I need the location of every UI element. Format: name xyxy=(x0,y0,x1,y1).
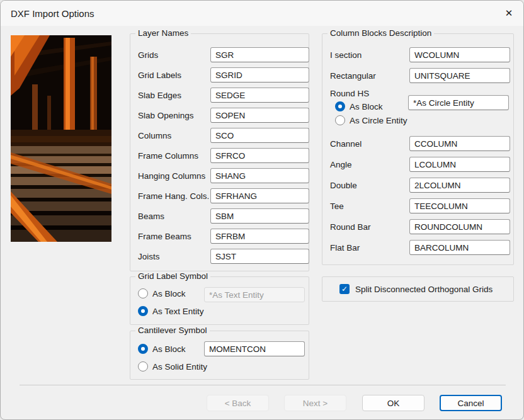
radio-unchecked-icon xyxy=(335,115,345,125)
radio-unchecked-icon xyxy=(138,288,148,298)
column-row: Angle xyxy=(322,157,513,172)
column-blocks-group-title: Column Blocks Description xyxy=(328,28,434,38)
hanging-columns-label: Hanging Columns xyxy=(130,171,210,181)
column-row: Tee xyxy=(322,198,513,213)
cantilever-as-solid-entity-radio[interactable]: As Solid Entity xyxy=(138,360,207,373)
column-row: Flat Bar xyxy=(322,240,513,255)
radio-checked-icon xyxy=(335,101,345,111)
radio-checked-icon xyxy=(138,344,148,354)
column-row: I section xyxy=(322,47,513,62)
close-icon: ✕ xyxy=(505,8,513,19)
radio-label: As Block xyxy=(152,289,186,298)
layer-row: Beams xyxy=(130,208,309,224)
grid-label-symbol-input xyxy=(204,287,305,302)
rectangular-input[interactable] xyxy=(409,68,510,83)
grids-input[interactable] xyxy=(210,47,309,62)
radio-label: As Block xyxy=(152,344,186,354)
column-row: Double xyxy=(322,178,513,193)
preview-image xyxy=(11,35,111,242)
frame-columns-input[interactable] xyxy=(210,148,309,163)
cantilever-symbol-group: Cantilever Symbol As Block As Solid Enti… xyxy=(130,331,309,380)
slab-openings-label: Slab Openings xyxy=(130,111,210,120)
layer-row: Joists xyxy=(130,249,309,264)
check-mark: ✓ xyxy=(341,285,348,293)
radio-unchecked-icon xyxy=(138,361,148,372)
cantilever-as-block-radio[interactable]: As Block xyxy=(138,342,186,356)
radio-checked-icon xyxy=(138,306,148,316)
round-hs-as-circle-entity-radio[interactable]: As Circle Entity xyxy=(335,113,513,127)
layer-row: Grids xyxy=(130,47,309,62)
channel-label: Channel xyxy=(322,139,409,149)
column-row: Round Bar xyxy=(322,219,513,234)
angle-input[interactable] xyxy=(409,157,510,172)
slab-edges-label: Slab Edges xyxy=(130,91,210,100)
joists-label: Joists xyxy=(130,252,210,261)
checkbox-checked-icon: ✓ xyxy=(339,284,350,294)
tee-label: Tee xyxy=(322,201,409,211)
round-hs-input[interactable] xyxy=(408,95,509,110)
ok-button[interactable]: OK xyxy=(362,395,424,411)
layer-row: Frame Beams xyxy=(130,229,309,244)
slab-openings-input[interactable] xyxy=(210,108,309,123)
double-label: Double xyxy=(322,181,409,190)
radio-label: As Solid Entity xyxy=(152,362,207,372)
back-button: < Back xyxy=(207,395,269,411)
split-grids-option[interactable]: ✓ Split Disconnected Orthogonal Grids xyxy=(322,276,514,302)
channel-input[interactable] xyxy=(409,136,510,151)
flat-bar-label: Flat Bar xyxy=(322,243,409,253)
radio-label: As Block xyxy=(350,102,383,111)
close-button[interactable]: ✕ xyxy=(494,1,523,26)
frame-hang-cols-input[interactable] xyxy=(210,188,309,203)
hanging-columns-input[interactable] xyxy=(210,168,309,183)
flat-bar-input[interactable] xyxy=(409,240,510,255)
tee-input[interactable] xyxy=(409,198,510,213)
double-input[interactable] xyxy=(409,178,510,193)
grid-label-symbol-group-title: Grid Label Symbol xyxy=(135,271,210,281)
layer-row: Columns xyxy=(130,128,309,143)
layer-names-group: Layer Names Grids Grid Labels Slab Edges… xyxy=(130,33,309,271)
round-bar-input[interactable] xyxy=(409,219,510,234)
i-section-input[interactable] xyxy=(409,47,510,62)
grid-labels-label: Grid Labels xyxy=(130,71,210,80)
column-row: Rectangular xyxy=(322,68,513,83)
dxf-import-options-dialog: DXF Import Options ✕ xyxy=(0,0,524,420)
frame-hang-cols-label: Frame Hang. Cols. xyxy=(130,191,210,201)
cantilever-symbol-input[interactable] xyxy=(204,341,305,356)
footer-separator xyxy=(20,385,506,385)
grid-label-symbol-group: Grid Label Symbol As Block As Text Entit… xyxy=(130,276,309,325)
layer-row: Frame Hang. Cols. xyxy=(130,188,309,203)
next-button: Next > xyxy=(284,395,346,411)
split-grids-label: Split Disconnected Orthogonal Grids xyxy=(355,285,493,294)
columns-label: Columns xyxy=(130,131,210,140)
layer-row: Frame Columns xyxy=(130,148,309,163)
column-blocks-group: Column Blocks Description I section Rect… xyxy=(322,33,514,265)
radio-label: As Circle Entity xyxy=(350,116,407,125)
joists-input[interactable] xyxy=(210,249,309,264)
radio-label: As Text Entity xyxy=(152,307,204,316)
window-title: DXF Import Options xyxy=(1,8,94,19)
steel-structure-photo xyxy=(11,35,111,242)
round-hs-section: Round HS As Block As Circle Entity xyxy=(322,89,513,127)
title-bar: DXF Import Options ✕ xyxy=(1,1,523,26)
frame-columns-label: Frame Columns xyxy=(130,151,210,161)
columns-input[interactable] xyxy=(210,128,309,143)
column-row: Channel xyxy=(322,136,513,151)
layer-row: Slab Openings xyxy=(130,108,309,123)
angle-label: Angle xyxy=(322,160,409,169)
grid-label-as-text-entity-radio[interactable]: As Text Entity xyxy=(138,304,204,318)
beams-input[interactable] xyxy=(210,208,309,224)
frame-beams-label: Frame Beams xyxy=(130,232,210,241)
rectangular-label: Rectangular xyxy=(322,71,409,81)
layer-row: Hanging Columns xyxy=(130,168,309,183)
frame-beams-input[interactable] xyxy=(210,229,309,244)
grid-label-as-block-radio[interactable]: As Block xyxy=(138,287,186,300)
cancel-button[interactable]: Cancel xyxy=(440,395,502,411)
grid-labels-input[interactable] xyxy=(210,67,309,82)
slab-edges-input[interactable] xyxy=(210,88,309,103)
cantilever-symbol-group-title: Cantilever Symbol xyxy=(135,326,210,335)
i-section-label: I section xyxy=(322,50,409,60)
round-bar-label: Round Bar xyxy=(322,222,409,232)
beams-label: Beams xyxy=(130,212,210,221)
layer-row: Grid Labels xyxy=(130,67,309,82)
grids-label: Grids xyxy=(130,50,210,60)
